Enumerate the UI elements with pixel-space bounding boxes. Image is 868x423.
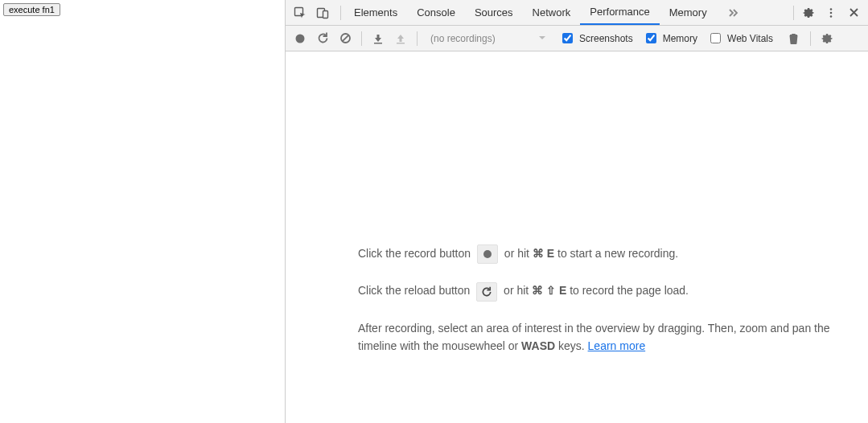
svg-point-6 — [296, 34, 305, 43]
performance-panel-body: Click the record button or hit ⌘ E to st… — [286, 51, 868, 423]
tab-overflow[interactable] — [717, 0, 749, 25]
capture-settings-icon[interactable] — [817, 29, 837, 48]
device-toolbar-icon[interactable] — [311, 2, 334, 24]
screenshots-checkbox-label: Screenshots — [579, 33, 633, 44]
separator — [340, 6, 341, 20]
record-icon — [477, 244, 498, 264]
separator — [361, 31, 362, 46]
shortcut-cmd-shift-e: ⌘ ⇧ E — [532, 284, 566, 297]
svg-point-4 — [830, 11, 833, 14]
tab-memory[interactable]: Memory — [660, 0, 717, 25]
svg-rect-8 — [374, 43, 382, 44]
memory-checkbox-input[interactable] — [646, 33, 656, 43]
screenshots-checkbox[interactable]: Screenshots — [556, 31, 636, 46]
page-content-pane: execute fn1 — [0, 0, 286, 423]
web-vitals-checkbox-input[interactable] — [710, 33, 721, 43]
separator — [810, 31, 811, 46]
panel-tabs: Elements Console Sources Network Perform… — [344, 0, 749, 25]
devtools-pane: Elements Console Sources Network Perform… — [286, 0, 868, 423]
reload-record-button[interactable] — [313, 29, 332, 48]
separator — [793, 6, 794, 20]
save-profile-button — [391, 29, 410, 48]
help-line-record: Click the record button or hit ⌘ E to st… — [358, 244, 836, 264]
svg-point-10 — [483, 250, 492, 258]
tab-elements[interactable]: Elements — [344, 0, 407, 25]
record-button[interactable] — [290, 29, 310, 48]
svg-rect-9 — [397, 43, 405, 44]
screenshots-checkbox-input[interactable] — [562, 33, 573, 43]
tab-performance[interactable]: Performance — [580, 0, 659, 25]
chevron-double-right-icon — [726, 6, 739, 19]
svg-point-3 — [830, 8, 833, 10]
learn-more-link[interactable]: Learn more — [588, 339, 646, 352]
tab-console[interactable]: Console — [407, 0, 465, 25]
memory-checkbox[interactable]: Memory — [640, 31, 701, 46]
chevron-down-icon — [538, 33, 546, 44]
memory-checkbox-label: Memory — [663, 33, 697, 44]
clear-button[interactable] — [335, 29, 355, 48]
load-profile-button[interactable] — [368, 29, 388, 48]
wasd-keys: WASD — [521, 339, 555, 352]
separator — [417, 31, 418, 46]
recordings-dropdown-label: (no recordings) — [430, 33, 496, 44]
close-devtools-icon[interactable] — [842, 2, 865, 24]
more-options-icon[interactable] — [820, 2, 842, 24]
execute-fn1-button[interactable]: execute fn1 — [3, 3, 60, 16]
performance-help-text: Click the record button or hit ⌘ E to st… — [358, 244, 836, 355]
web-vitals-checkbox-label: Web Vitals — [727, 33, 773, 44]
collect-garbage-button[interactable] — [784, 29, 804, 48]
reload-icon — [476, 282, 497, 302]
help-line-after: After recording, select an area of inter… — [358, 319, 836, 355]
web-vitals-checkbox[interactable]: Web Vitals — [704, 31, 776, 46]
help-line-reload: Click the reload button or hit ⌘ ⇧ E to … — [358, 281, 836, 301]
recordings-dropdown[interactable]: (no recordings) — [424, 30, 553, 47]
shortcut-cmd-e: ⌘ E — [533, 247, 554, 260]
tab-network[interactable]: Network — [523, 0, 581, 25]
svg-point-5 — [830, 15, 833, 18]
devtools-tabbar: Elements Console Sources Network Perform… — [286, 0, 868, 26]
performance-toolbar: (no recordings) Screenshots Memory Web V… — [286, 26, 868, 51]
svg-rect-2 — [323, 10, 328, 18]
tab-sources[interactable]: Sources — [465, 0, 523, 25]
inspect-element-icon[interactable] — [289, 2, 311, 24]
settings-icon[interactable] — [797, 2, 820, 24]
